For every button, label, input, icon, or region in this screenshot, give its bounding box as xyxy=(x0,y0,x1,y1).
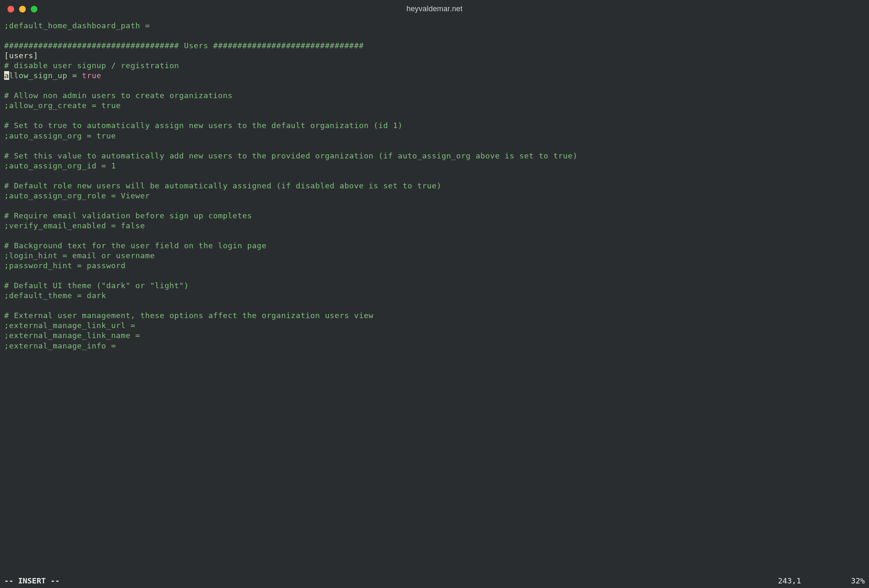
config-line: ;external_manage_link_url = xyxy=(4,321,136,330)
config-line: ;external_manage_link_name = xyxy=(4,331,140,340)
maximize-button[interactable] xyxy=(31,6,37,12)
equals: = xyxy=(67,71,82,80)
titlebar: heyvaldemar.net xyxy=(0,0,869,18)
terminal-window: heyvaldemar.net ;default_home_dashboard_… xyxy=(0,0,869,588)
section-users: [users] xyxy=(4,51,38,60)
config-line: ;auto_assign_org_id = 1 xyxy=(4,161,116,170)
vim-mode: -- INSERT -- xyxy=(4,576,60,586)
traffic-lights xyxy=(7,6,37,12)
config-line: ;allow_org_create = true xyxy=(4,101,121,110)
comment-line: # Allow non admin users to create organi… xyxy=(4,91,232,100)
section-header: #################################### Use… xyxy=(4,41,364,50)
config-line: ;default_home_dashboard_path = xyxy=(4,21,150,30)
config-line: ;login_hint = email or username xyxy=(4,251,155,260)
comment-line: # Default role new users will be automat… xyxy=(4,181,442,190)
config-line: ;auto_assign_org_role = Viewer xyxy=(4,191,150,200)
cursor-position: 243,1 xyxy=(778,576,801,586)
comment-line: # disable user signup / registration xyxy=(4,61,179,70)
minimize-button[interactable] xyxy=(19,6,26,12)
comment-line: # Background text for the user field on … xyxy=(4,241,267,250)
window-title: heyvaldemar.net xyxy=(7,4,862,14)
editor-content[interactable]: ;default_home_dashboard_path = #########… xyxy=(0,18,869,576)
comment-line: # Set this value to automatically add ne… xyxy=(4,151,578,160)
config-line: ;verify_email_enabled = false xyxy=(4,221,145,230)
comment-line: # External user management, these option… xyxy=(4,311,373,320)
close-button[interactable] xyxy=(7,6,14,12)
comment-line: # Set to true to automatically assign ne… xyxy=(4,121,402,130)
config-line: ;external_manage_info = xyxy=(4,341,116,350)
comment-line: # Default UI theme ("dark" or "light") xyxy=(4,281,189,290)
value-true: true xyxy=(82,71,101,80)
config-line: ;default_theme = dark xyxy=(4,291,106,300)
comment-line: # Require email validation before sign u… xyxy=(4,211,252,220)
config-line: ;auto_assign_org = true xyxy=(4,131,116,140)
cursor: a xyxy=(4,71,9,80)
key-allow-sign-up: llow_sign_up xyxy=(9,71,67,80)
vim-statusbar: -- INSERT -- 243,1 32% xyxy=(0,576,869,588)
scroll-percent: 32% xyxy=(851,576,865,586)
config-line: ;password_hint = password xyxy=(4,261,126,270)
